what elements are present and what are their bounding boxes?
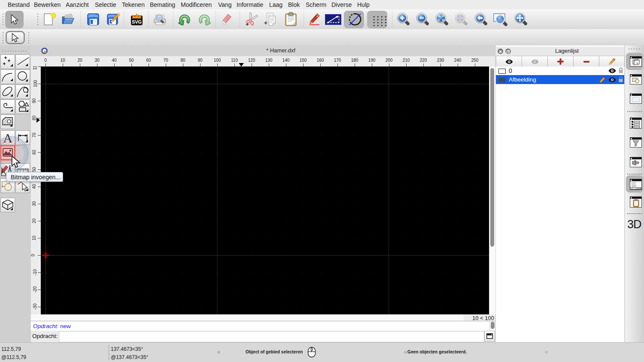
svg-text:c> command: c> command <box>632 187 642 190</box>
svg-text:SVG: SVG <box>132 19 142 24</box>
svg-text:A: A <box>635 61 638 66</box>
